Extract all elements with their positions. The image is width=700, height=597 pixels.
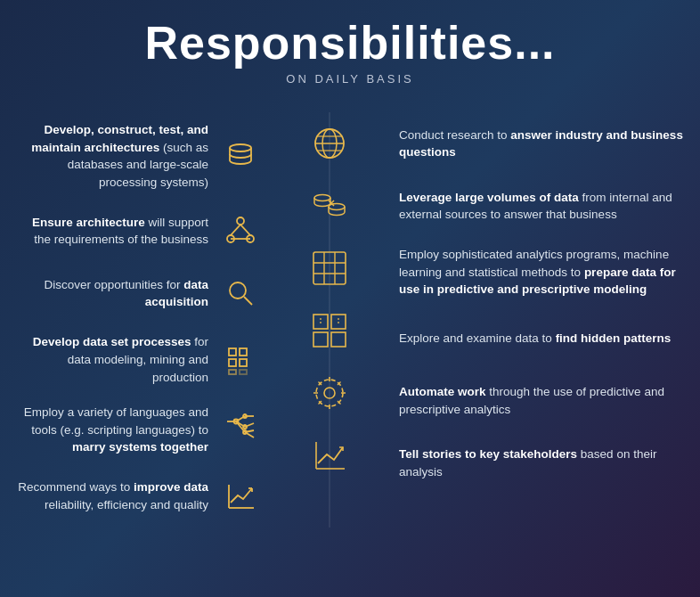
- svg-point-36: [314, 195, 330, 201]
- center-divider: [276, 112, 383, 527]
- right-text-stories: Tell stories to key stakeholders based o…: [399, 446, 684, 480]
- search-icon: [221, 274, 260, 313]
- gear-circle-center-icon: [307, 371, 352, 415]
- left-item-marry: Employ a variety of languages and tools …: [9, 395, 267, 465]
- left-item-dataset: Develop data set processes for data mode…: [9, 324, 267, 395]
- svg-rect-12: [240, 359, 247, 366]
- left-text-improve: Recommend ways to improve data reliabili…: [16, 478, 208, 513]
- right-item-automate: Automate work through the use of predict…: [392, 370, 691, 432]
- header: Responsibilities... ON DAILY BASIS: [0, 0, 700, 94]
- right-text-employ: Employ sophisticated analytics programs,…: [399, 246, 684, 298]
- svg-point-37: [329, 204, 345, 210]
- center-row-6: [276, 424, 383, 487]
- right-item-leverage: Leverage large volumes of data from inte…: [392, 175, 691, 237]
- right-item-stories: Tell stories to key stakeholders based o…: [392, 432, 691, 495]
- left-text-marry: Employ a variety of languages and tools …: [16, 404, 208, 456]
- svg-point-7: [230, 282, 246, 298]
- globe-center-icon: [307, 121, 352, 166]
- connect-icon: [221, 410, 260, 449]
- chart-line-icon: [221, 477, 260, 516]
- svg-rect-14: [240, 370, 247, 374]
- grid-check-center-icon: [307, 246, 352, 290]
- svg-line-5: [240, 225, 250, 235]
- right-item-employ: Employ sophisticated analytics programs,…: [392, 237, 691, 307]
- grid-icon: [221, 340, 260, 380]
- svg-point-1: [237, 217, 244, 225]
- left-column: Develop, construct, test, and maintain a…: [9, 112, 276, 527]
- center-row-4: [276, 299, 383, 362]
- right-text-automate: Automate work through the use of predict…: [399, 383, 684, 418]
- left-item-improve: Recommend ways to improve data reliabili…: [9, 465, 267, 527]
- right-text-leverage: Leverage large volumes of data from inte…: [399, 189, 684, 224]
- svg-rect-10: [240, 348, 247, 356]
- page-title: Responsibilities...: [18, 18, 682, 69]
- svg-rect-45: [313, 332, 328, 347]
- svg-point-49: [324, 388, 335, 398]
- left-text-ensure: Ensure architecture will support the req…: [16, 214, 208, 249]
- svg-rect-46: [331, 332, 346, 347]
- svg-rect-9: [229, 348, 236, 356]
- page-subtitle: ON DAILY BASIS: [18, 72, 682, 86]
- grid-dots-center-icon: [307, 308, 352, 353]
- chart-up-center-icon: [307, 433, 352, 478]
- svg-point-0: [230, 144, 251, 151]
- left-item-ensure: Ensure architecture will support the req…: [9, 200, 267, 262]
- center-row-5: [276, 362, 383, 424]
- svg-rect-11: [229, 359, 236, 366]
- right-text-research: Conduct research to answer industry and …: [399, 127, 684, 161]
- network-icon: [221, 211, 260, 250]
- right-text-patterns: Explore and examine data to find hidden …: [399, 330, 671, 348]
- left-item-acquisition: Discover opportunities for data acquisit…: [9, 262, 267, 324]
- center-row-1: [276, 112, 383, 175]
- right-column: Conduct research to answer industry and …: [383, 112, 691, 527]
- svg-rect-38: [313, 252, 346, 284]
- right-item-research: Conduct research to answer industry and …: [392, 112, 691, 175]
- center-row-3: [276, 237, 383, 299]
- svg-line-8: [244, 297, 252, 305]
- left-item-develop: Develop, construct, test, and maintain a…: [9, 112, 267, 200]
- center-row-2: [276, 175, 383, 237]
- right-item-patterns: Explore and examine data to find hidden …: [392, 307, 691, 370]
- left-text-develop: Develop, construct, test, and maintain a…: [16, 121, 208, 191]
- db-arrows-center-icon: [307, 184, 352, 228]
- main-content: Develop, construct, test, and maintain a…: [0, 94, 700, 545]
- svg-rect-13: [229, 370, 236, 374]
- left-text-dataset: Develop data set processes for data mode…: [16, 333, 208, 386]
- svg-line-4: [231, 225, 240, 235]
- left-text-acquisition: Discover opportunities for data acquisit…: [16, 276, 208, 311]
- database-icon: [221, 136, 260, 176]
